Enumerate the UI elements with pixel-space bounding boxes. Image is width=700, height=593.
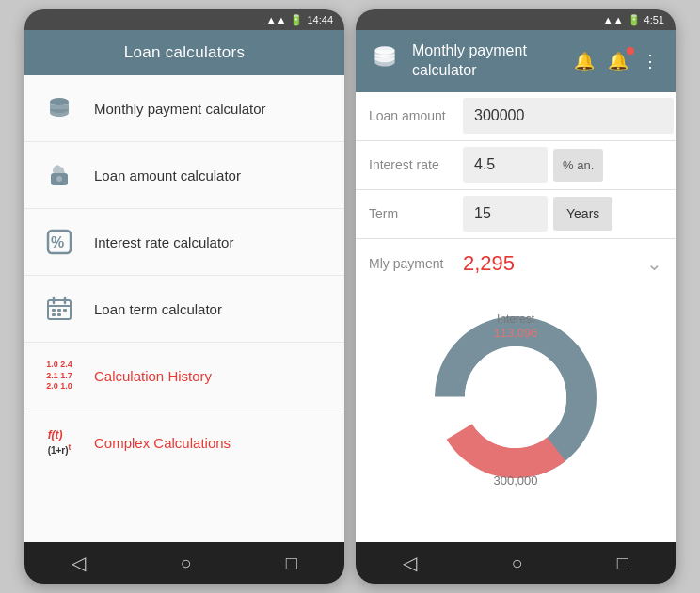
calc-title: Monthly paymentcalculator <box>412 41 559 81</box>
signal-icon: ▲▲ <box>266 14 287 25</box>
svg-point-2 <box>56 176 62 182</box>
nav-bar-right: ◁ ○ □ <box>356 542 676 584</box>
svg-rect-12 <box>52 313 56 316</box>
loan-amount-label: Loan amount <box>369 108 463 123</box>
interest-rate-label: Interest rate <box>369 157 463 172</box>
menu-label-loanamount: Loan amount calculator <box>94 168 241 184</box>
app-header: Loan calculators <box>24 30 344 75</box>
left-phone: ▲▲ 🔋 14:44 Loan calculators Monthly paym… <box>24 9 344 584</box>
notification-icon[interactable]: 🔔 <box>570 49 598 73</box>
term-input[interactable] <box>463 196 548 232</box>
years-button[interactable]: Years <box>553 197 612 231</box>
menu-item-complex-calc[interactable]: f(t) (1+r)t Complex Calculations <box>24 409 344 475</box>
right-phone: ▲▲ 🔋 4:51 Monthly paymentcalculator 🔔 🔔 … <box>356 9 676 584</box>
svg-rect-9 <box>52 309 56 312</box>
svg-rect-13 <box>57 313 61 316</box>
status-icons-right: ▲▲ 🔋 4:51 <box>603 14 664 26</box>
donut-chart-wrapper: Interest 113,096 <box>422 303 610 491</box>
interest-label: Interest 113,096 <box>494 313 538 340</box>
formula-icon: f(t) (1+r)t <box>48 428 72 457</box>
complex-icon: f(t) (1+r)t <box>41 425 77 460</box>
signal-icon-right: ▲▲ <box>603 14 624 25</box>
status-bar-left: ▲▲ 🔋 14:44 <box>24 9 344 30</box>
svg-rect-10 <box>57 309 61 312</box>
percent-icon: % <box>41 224 77 260</box>
coins-icon <box>41 90 77 126</box>
menu-label-loanterm: Loan term calculator <box>94 301 222 317</box>
time-right: 4:51 <box>644 14 664 25</box>
history-icon: 1.0 2.4 2.1 1.7 2.0 1.0 <box>41 358 77 393</box>
alert-icon[interactable]: 🔔 <box>604 49 632 73</box>
home-button-right[interactable]: ○ <box>511 553 522 574</box>
expand-icon[interactable]: ⌄ <box>646 252 662 275</box>
menu-item-monthly-payment[interactable]: Monthly payment calculator <box>24 75 344 142</box>
recents-button-left[interactable]: □ <box>286 553 297 574</box>
back-button-right[interactable]: ◁ <box>403 552 417 574</box>
battery-icon-right: 🔋 <box>628 14 641 26</box>
loan-amount-row: Loan amount <box>356 92 676 141</box>
menu-label-history: Calculation History <box>94 368 212 384</box>
status-icons-left: ▲▲ 🔋 14:44 <box>266 14 333 26</box>
rate-unit: % an. <box>553 149 603 182</box>
menu-item-calc-history[interactable]: 1.0 2.4 2.1 1.7 2.0 1.0 Calculation Hist… <box>24 343 344 409</box>
menu-label-complex: Complex Calculations <box>94 435 231 451</box>
menu-label-interest: Interest rate calculator <box>94 234 233 250</box>
chart-area: Interest 113,096 <box>356 288 676 501</box>
header-actions: 🔔 🔔 ⋮ <box>570 49 662 73</box>
back-button-left[interactable]: ◁ <box>72 552 86 574</box>
term-label: Term <box>369 206 463 221</box>
interest-rate-row: Interest rate % an. <box>356 141 676 190</box>
svg-text:%: % <box>51 234 64 250</box>
home-button-left[interactable]: ○ <box>180 553 191 574</box>
interest-rate-input[interactable] <box>463 147 548 183</box>
status-bar-right: ▲▲ 🔋 4:51 <box>356 9 676 30</box>
result-value: 2,295 <box>463 251 646 276</box>
calc-app-icon <box>369 41 401 80</box>
term-row: Term Years <box>356 190 676 239</box>
recents-button-right[interactable]: □ <box>617 553 628 574</box>
calc-header: Monthly paymentcalculator 🔔 🔔 ⋮ <box>356 30 676 92</box>
more-options-icon[interactable]: ⋮ <box>638 49 662 73</box>
svg-point-17 <box>465 346 566 448</box>
result-label: Mly payment <box>369 256 463 271</box>
calc-body: Loan amount Interest rate % an. Term Yea… <box>356 92 676 542</box>
svg-rect-11 <box>63 309 67 312</box>
menu-item-loan-amount[interactable]: Loan amount calculator <box>24 142 344 209</box>
result-row: Mly payment 2,295 ⌄ <box>356 239 676 288</box>
battery-icon: 🔋 <box>290 14 303 26</box>
menu-label-monthly: Monthly payment calculator <box>94 101 266 117</box>
menu-list: Monthly payment calculator Loan amount c… <box>24 75 344 542</box>
menu-item-loan-term[interactable]: Loan term calculator <box>24 276 344 343</box>
principal-label: 300,000 <box>494 473 538 488</box>
menu-item-interest-rate[interactable]: % Interest rate calculator <box>24 209 344 276</box>
bag-icon <box>41 157 77 193</box>
history-numbers-icon: 1.0 2.4 2.1 1.7 2.0 1.0 <box>46 360 72 392</box>
time-left: 14:44 <box>307 14 333 25</box>
app-title: Loan calculators <box>124 43 246 61</box>
nav-bar-left: ◁ ○ □ <box>24 542 344 584</box>
calendar-icon <box>41 291 77 327</box>
loan-amount-input[interactable] <box>463 98 674 134</box>
